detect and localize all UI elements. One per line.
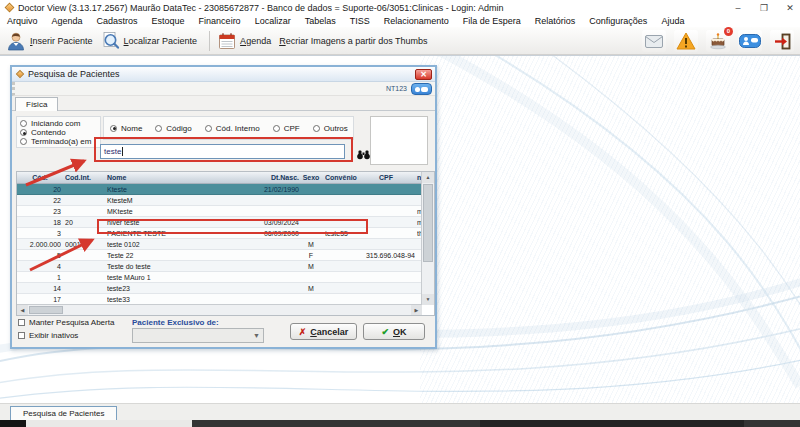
- messages-button[interactable]: [738, 30, 762, 52]
- checkbox-icon[interactable]: [18, 332, 25, 339]
- radio-option-outros[interactable]: Outros: [313, 124, 348, 133]
- table-row[interactable]: 22KtesteM: [17, 195, 422, 206]
- table-row[interactable]: 3PACIENTE TESTE06/09/2000teste55thi: [17, 228, 422, 239]
- keep-search-open-option[interactable]: Manter Pesquisa Aberta: [18, 318, 114, 327]
- table-cell: M: [301, 283, 321, 294]
- table-row[interactable]: 4Teste do testeM: [17, 261, 422, 272]
- radio-option-nome[interactable]: Nome: [110, 124, 142, 133]
- table-cell: [301, 195, 321, 206]
- radio-icon[interactable]: [20, 120, 27, 127]
- scroll-up-icon[interactable]: ▲: [422, 172, 434, 183]
- exit-icon: [774, 33, 791, 50]
- ok-button[interactable]: ✔ OK: [363, 323, 425, 340]
- radio-option-iniciando-com[interactable]: Iniciando com: [20, 119, 97, 128]
- radio-option-contendo[interactable]: Contendo: [20, 128, 97, 137]
- binoculars-icon[interactable]: [357, 146, 370, 164]
- menu-item-agenda[interactable]: Agenda: [45, 16, 90, 26]
- taskbar-segment: [480, 420, 744, 427]
- table-cell: [255, 250, 299, 261]
- table-row[interactable]: 5Teste 22F315.696.048-94: [17, 250, 422, 261]
- menu-item-arquivo[interactable]: Arquivo: [0, 16, 45, 26]
- radio-icon[interactable]: [205, 125, 212, 132]
- tab-fisica[interactable]: Física: [15, 97, 58, 111]
- os-taskbar[interactable]: [0, 420, 800, 427]
- logout-button[interactable]: [770, 30, 794, 52]
- scroll-right-icon[interactable]: ▶: [411, 305, 422, 315]
- menu-item-configurações[interactable]: Configurações: [582, 16, 654, 26]
- dialog-titlebar[interactable]: Pesquisa de Pacientes ✕: [12, 67, 435, 82]
- table-cell: [65, 184, 105, 195]
- insert-patient-button[interactable]: Inserir Paciente: [4, 29, 99, 53]
- radio-option-c-digo[interactable]: Código: [155, 124, 191, 133]
- birthday-cake-icon: [709, 33, 727, 50]
- table-row[interactable]: 1teste MAuro 1: [17, 272, 422, 283]
- menu-item-estoque[interactable]: Estoque: [145, 16, 192, 26]
- table-cell: 2.000.000: [19, 239, 61, 250]
- table-cell: [65, 206, 105, 217]
- bubble-glyph: [421, 87, 428, 92]
- column-header[interactable]: Nome: [107, 172, 265, 184]
- menu-item-financeiro[interactable]: Financeiro: [192, 16, 248, 26]
- menu-item-relacionamento[interactable]: Relacionamento: [377, 16, 456, 26]
- menu-item-cadastros[interactable]: Cadastros: [90, 16, 145, 26]
- radio-icon[interactable]: [273, 125, 280, 132]
- mail-button[interactable]: [642, 30, 666, 52]
- vertical-scrollbar[interactable]: ▲ ▼: [421, 172, 434, 305]
- menu-item-fila-de-espera[interactable]: Fila de Espera: [456, 16, 528, 26]
- tab-pesquisa-de-pacientes[interactable]: Pesquisa de Pacientes: [10, 406, 117, 420]
- radio-icon[interactable]: [155, 125, 162, 132]
- menu-item-localizar[interactable]: Localizar: [248, 16, 298, 26]
- table-cell: niver teste: [107, 217, 265, 228]
- dialog-logo-icon: [16, 70, 24, 78]
- agenda-button[interactable]: Agenda: [216, 30, 277, 52]
- hscroll-thumb[interactable]: [29, 306, 63, 314]
- cancel-button[interactable]: ✗ Cancelar: [290, 323, 357, 340]
- column-header[interactable]: Sexo: [301, 172, 321, 184]
- radio-icon[interactable]: [110, 125, 117, 132]
- column-header[interactable]: Dt.Nasc.: [255, 172, 299, 184]
- dialog-close-button[interactable]: ✕: [415, 69, 432, 80]
- patient-photo-placeholder: [370, 116, 428, 165]
- birthdays-button[interactable]: 0: [706, 30, 730, 52]
- patient-chat-button[interactable]: [411, 83, 432, 95]
- menu-item-tiss[interactable]: TISS: [343, 16, 377, 26]
- minimize-button[interactable]: ‒: [732, 3, 744, 13]
- column-header[interactable]: Cod.Int.: [65, 172, 105, 184]
- table-row[interactable]: 2.000.0000001teste 0102M: [17, 239, 422, 250]
- text-caret: [122, 147, 123, 156]
- table-row[interactable]: 23MKtestema: [17, 206, 422, 217]
- vscroll-thumb[interactable]: [423, 184, 433, 262]
- locate-patient-button[interactable]: Localizar Paciente: [99, 29, 204, 52]
- search-input[interactable]: teste: [100, 144, 345, 159]
- maximize-button[interactable]: ❐: [758, 3, 770, 13]
- radio-option-cpf[interactable]: CPF: [273, 124, 300, 133]
- menu-item-tabelas[interactable]: Tabelas: [298, 16, 343, 26]
- table-row[interactable]: 14teste23M: [17, 283, 422, 294]
- show-inactive-option[interactable]: Exibir inativos: [18, 331, 78, 340]
- recreate-images-button[interactable]: Recriar Imagens a partir dos Thumbs: [277, 34, 433, 48]
- radio-icon[interactable]: [313, 125, 320, 132]
- checkbox-icon[interactable]: [18, 319, 25, 326]
- scroll-left-icon[interactable]: ◀: [17, 305, 28, 315]
- scroll-down-icon[interactable]: ▼: [422, 294, 434, 305]
- table-cell: F: [301, 250, 321, 261]
- radio-icon[interactable]: [20, 129, 27, 136]
- table-cell: [301, 217, 321, 228]
- column-header[interactable]: Cód.: [19, 172, 61, 184]
- menu-item-relatórios[interactable]: Relatórios: [528, 16, 583, 26]
- close-button[interactable]: ✕: [784, 3, 796, 13]
- alerts-button[interactable]: [674, 30, 698, 52]
- table-row[interactable]: 1820niver teste03/09/2024ma: [17, 217, 422, 228]
- radio-option-c-d-interno[interactable]: Cód. Interno: [205, 124, 260, 133]
- taskbar-search-segment[interactable]: [26, 420, 192, 427]
- column-header[interactable]: CPF: [357, 172, 415, 184]
- table-row[interactable]: 20Kteste21/02/1990: [17, 184, 422, 195]
- radio-option-terminado-a-em[interactable]: Terminado(a) em: [20, 137, 97, 146]
- menu-item-ajuda[interactable]: Ajuda: [654, 16, 691, 26]
- exclusive-patient-select[interactable]: ▼: [132, 328, 264, 343]
- exclusive-patient-label: Paciente Exclusivo de:: [132, 318, 219, 327]
- horizontal-scrollbar[interactable]: ◀ ▶: [17, 304, 422, 315]
- table-cell: [255, 261, 299, 272]
- taskbar-start-segment[interactable]: [0, 420, 26, 427]
- radio-icon[interactable]: [20, 138, 27, 145]
